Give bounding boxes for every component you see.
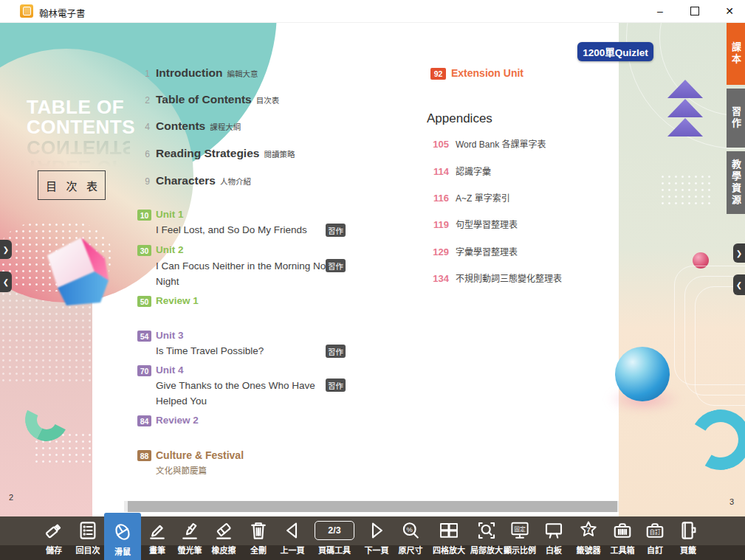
appendix-row-az-index[interactable]: 116A~Z 單字索引 bbox=[427, 191, 510, 204]
window-title-bar: 翰林電子書 – ✕ bbox=[0, 0, 745, 23]
close-button[interactable]: ✕ bbox=[715, 0, 744, 22]
highlighter-icon bbox=[179, 519, 201, 542]
chevron-right-icon: ❯ bbox=[3, 246, 9, 254]
unit2-workbook-badge[interactable]: 習作 bbox=[326, 259, 346, 272]
toc-row-reading-strategies[interactable]: 6Reading Strategies閱讀策略 bbox=[136, 147, 295, 163]
magnifier-brackets-icon bbox=[476, 519, 498, 542]
toc-row-review2[interactable]: Review 2 bbox=[156, 415, 199, 426]
eraser-icon bbox=[213, 519, 235, 542]
culture-page-badge: 88 bbox=[137, 450, 151, 461]
minimize-button[interactable]: – bbox=[646, 0, 674, 22]
book-tab-icon bbox=[677, 519, 699, 542]
right-edge-prev-arrow[interactable]: ❮ bbox=[733, 274, 745, 295]
extension-page-badge: 92 bbox=[430, 68, 446, 80]
review2-page-badge: 84 bbox=[137, 415, 151, 426]
magnifier-percent-icon: % bbox=[399, 519, 422, 542]
unit4-workbook-badge[interactable]: 習作 bbox=[326, 378, 346, 392]
blue-sphere-decor bbox=[615, 347, 670, 401]
svg-text:自訂: 自訂 bbox=[650, 528, 661, 536]
tab-teaching-resources[interactable]: 教學資源 bbox=[727, 151, 745, 214]
chevron-left-icon: ❮ bbox=[3, 278, 9, 286]
unit4-subtitle[interactable]: Give Thanks to the Ones Who Have Helped … bbox=[156, 378, 342, 409]
toolbox-icon bbox=[611, 519, 634, 542]
left-edge-next-arrow[interactable]: ❯ bbox=[0, 240, 12, 259]
page-number-left: 2 bbox=[9, 493, 13, 502]
highlighter-tool-button[interactable]: 螢光筆 bbox=[171, 516, 208, 560]
appendix-row-vocab-summary[interactable]: 129字彙學習整理表 bbox=[427, 245, 518, 258]
bottom-toolbar: 儲存 回目次 滑鼠 畫筆 螢光筆 bbox=[0, 516, 745, 560]
toc-row-introduction[interactable]: 1Introduction編輯大意 bbox=[136, 66, 258, 83]
tab-textbook[interactable]: 課本 bbox=[727, 22, 745, 85]
triangle-right-icon bbox=[365, 519, 388, 542]
custom-case-icon: 自訂 bbox=[644, 519, 666, 542]
toc-row-table-of-contents[interactable]: 2Table of Contents目次表 bbox=[136, 93, 279, 109]
mouse-tool-button[interactable]: 滑鼠 bbox=[104, 513, 141, 560]
svg-text:固定: 固定 bbox=[514, 525, 526, 533]
quizlet-button[interactable]: 1200單Quizlet bbox=[577, 42, 653, 61]
number-picker-button[interactable]: 7 籤號器 bbox=[570, 516, 607, 560]
back-to-toc-button[interactable]: 回目次 bbox=[69, 516, 106, 560]
appendix-row-word-bank[interactable]: 105Word Bank 各課單字表 bbox=[427, 137, 546, 151]
star-number-icon: 7 bbox=[577, 519, 600, 542]
horizontal-scrollbar-thumb[interactable] bbox=[128, 501, 617, 512]
toc-row-unit4[interactable]: Unit 4 bbox=[156, 364, 184, 376]
tab-workbook[interactable]: 習作 bbox=[727, 89, 745, 148]
triangle-left-icon bbox=[281, 519, 303, 542]
four-grid-zoom-button[interactable]: 四格放大 bbox=[430, 516, 467, 560]
left-edge-prev-arrow[interactable]: ❮ bbox=[0, 272, 12, 292]
right-edge-next-arrow[interactable]: ❯ bbox=[733, 243, 745, 263]
toc-row-extension-unit[interactable]: Extension Unit bbox=[451, 67, 523, 79]
toc-row-culture-festival[interactable]: Culture & Festival bbox=[156, 449, 244, 461]
eraser-tool-button[interactable]: 橡皮擦 bbox=[205, 516, 242, 560]
unit3-workbook-badge[interactable]: 習作 bbox=[326, 345, 346, 358]
four-pane-grid-icon bbox=[437, 519, 461, 542]
prev-page-button[interactable]: 上一頁 bbox=[274, 516, 311, 560]
page-number-tool-button[interactable]: 2/3 頁碼工具 bbox=[311, 516, 358, 560]
maximize-button[interactable] bbox=[681, 0, 709, 22]
chevron-right-icon: ❯ bbox=[736, 249, 742, 257]
save-button[interactable]: 儲存 bbox=[35, 516, 72, 560]
unit3-subtitle[interactable]: Is Time Travel Possible? bbox=[156, 343, 342, 359]
delete-all-button[interactable]: 全刪 bbox=[240, 516, 277, 560]
whiteboard-button[interactable]: 白板 bbox=[535, 516, 572, 560]
display-ratio-button[interactable]: 固定 顯示比例 bbox=[501, 516, 538, 560]
toc-deco-title: TABLE OF CONTENTS bbox=[27, 97, 130, 137]
unit2-subtitle[interactable]: I Can Focus Neither in the Morning Nor a… bbox=[156, 258, 342, 289]
unit1-workbook-badge[interactable]: 習作 bbox=[326, 224, 346, 237]
page-indicator[interactable]: 2/3 bbox=[315, 521, 354, 540]
custom-button[interactable]: 自訂 自訂 bbox=[636, 516, 673, 560]
app-logo-icon bbox=[20, 4, 33, 18]
teal-ring-decor bbox=[684, 403, 745, 476]
toc-row-unit2[interactable]: Unit 2 bbox=[156, 244, 184, 255]
whiteboard-icon bbox=[543, 519, 565, 542]
horizontal-scrollbar-track[interactable] bbox=[124, 501, 619, 512]
unit2-page-badge: 30 bbox=[137, 245, 151, 256]
unit1-page-badge: 10 bbox=[137, 210, 151, 221]
original-size-button[interactable]: % 原尺寸 bbox=[392, 516, 429, 560]
usb-drive-icon bbox=[43, 519, 65, 542]
maximize-icon bbox=[690, 7, 699, 15]
ebook-window: 3 TABLE OF CONTENTS TABLE OF CONTENTS 目 … bbox=[0, 0, 745, 560]
pen-tool-button[interactable]: 畫筆 bbox=[139, 516, 176, 560]
toc-row-unit3[interactable]: Unit 3 bbox=[156, 330, 184, 341]
chevron-left-icon: ❮ bbox=[736, 281, 742, 289]
partial-zoom-button[interactable]: 局部放大 bbox=[468, 516, 505, 560]
svg-text:%: % bbox=[407, 526, 413, 533]
cube-decor bbox=[35, 233, 113, 325]
unit1-subtitle[interactable]: I Feel Lost, and So Do My Friends bbox=[156, 222, 342, 238]
page-tabs-button[interactable]: 頁籤 bbox=[670, 516, 707, 560]
circuit-line-decor bbox=[695, 286, 745, 406]
toc-row-characters[interactable]: 9Characters人物介紹 bbox=[136, 174, 251, 190]
next-page-button[interactable]: 下一頁 bbox=[358, 516, 395, 560]
toc-row-unit1[interactable]: Unit 1 bbox=[156, 209, 184, 220]
page-number-right: 3 bbox=[729, 497, 734, 506]
appendix-row-irregular-verbs[interactable]: 134不規則動詞三態變化整理表 bbox=[427, 272, 562, 285]
toc-row-review1[interactable]: Review 1 bbox=[156, 295, 199, 306]
appendix-row-vocabulary[interactable]: 114認識字彙 bbox=[427, 165, 491, 178]
culture-subtitle-zh: 文化與節慶篇 bbox=[156, 463, 342, 479]
pencil-icon bbox=[146, 519, 168, 542]
toc-row-contents[interactable]: 4Contents課程大綱 bbox=[136, 120, 241, 136]
appendix-row-sentence-patterns[interactable]: 119句型學習整理表 bbox=[427, 218, 518, 231]
toolbox-button[interactable]: 工具箱 bbox=[604, 516, 641, 560]
window-title: 翰林電子書 bbox=[39, 6, 86, 20]
